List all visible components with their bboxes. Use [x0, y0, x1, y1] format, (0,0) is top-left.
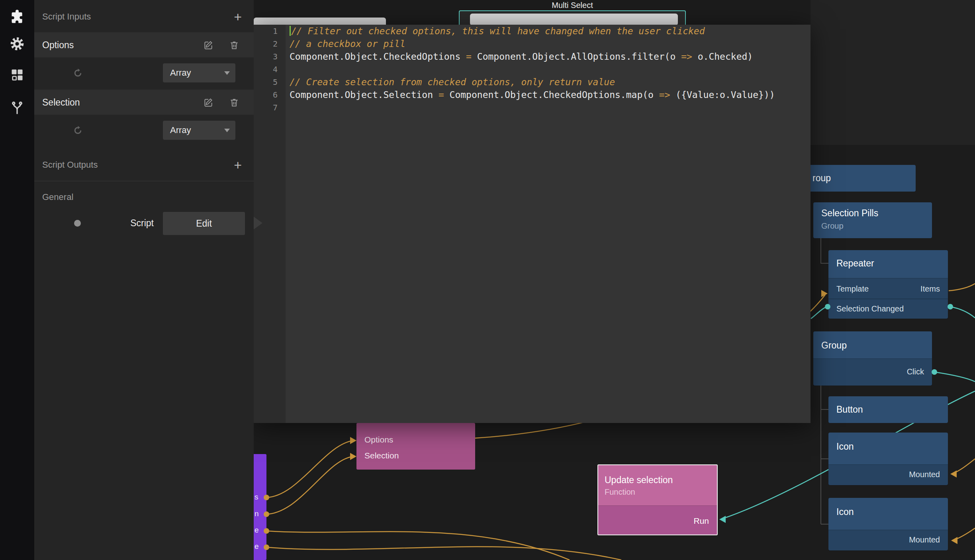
- line-number: 5: [254, 76, 286, 88]
- line-number: 4: [254, 63, 286, 76]
- type-row-selection: Type Array: [34, 117, 254, 143]
- app-window: Multi Select roup Selection Pills Group …: [0, 0, 975, 560]
- node-title: Group: [821, 340, 847, 351]
- type-dropdown[interactable]: Array: [163, 121, 235, 140]
- code-line[interactable]: 5// Create selection from checked option…: [254, 76, 811, 88]
- node-title: Icon: [836, 507, 854, 517]
- port-selection-changed[interactable]: Selection Changed: [836, 304, 904, 313]
- add-output-button[interactable]: +: [234, 158, 242, 172]
- add-input-button[interactable]: +: [234, 10, 242, 23]
- script-label: Script: [130, 218, 154, 229]
- edit-icon[interactable]: [203, 97, 213, 108]
- update-selection-node[interactable]: Update selection Function Run: [597, 464, 718, 535]
- line-number: 6: [254, 88, 286, 101]
- code-editor[interactable]: 1// Filter out checked options, this wil…: [254, 25, 811, 423]
- type-dropdown[interactable]: Array: [163, 63, 235, 82]
- general-header: General: [34, 184, 254, 210]
- section-title: General: [42, 192, 73, 202]
- line-number: 3: [254, 50, 286, 63]
- icon-node-1[interactable]: Icon Mounted: [828, 433, 948, 485]
- multi-select-node-body[interactable]: [470, 14, 678, 25]
- clipped-port-label: e: [255, 526, 259, 535]
- node-title: Button: [836, 404, 863, 415]
- line-number: 2: [254, 37, 286, 50]
- param-name: Selection: [42, 97, 80, 108]
- trash-icon[interactable]: [229, 40, 239, 50]
- dropdown-value: Array: [170, 125, 191, 135]
- script-status-dot: [74, 220, 81, 227]
- dropdown-value: Array: [170, 68, 191, 78]
- button-node[interactable]: Button: [828, 396, 948, 423]
- code-line[interactable]: 3Component.Object.CheckedOptions = Compo…: [254, 50, 811, 63]
- section-title: Script Inputs: [42, 12, 91, 22]
- param-row-options[interactable]: Options: [34, 32, 254, 57]
- inspector-panel: Script Inputs + Options Type: [34, 0, 254, 560]
- edit-icon[interactable]: [203, 40, 213, 50]
- options-selection-node[interactable]: Options Selection: [356, 423, 475, 470]
- activity-bar: [0, 0, 34, 560]
- port-mounted[interactable]: Mounted: [909, 470, 940, 479]
- code-lines[interactable]: 1// Filter out checked options, this wil…: [254, 25, 811, 114]
- components-icon[interactable]: [9, 67, 25, 83]
- node-subtitle: Function: [605, 488, 635, 497]
- reset-icon[interactable]: [72, 125, 83, 135]
- port-click[interactable]: Click: [907, 367, 924, 376]
- puzzle-icon[interactable]: [9, 9, 25, 25]
- trash-icon[interactable]: [229, 97, 239, 108]
- node-title: Update selection: [605, 475, 673, 486]
- param-row-selection[interactable]: Selection: [34, 90, 254, 115]
- gear-icon[interactable]: [9, 36, 25, 52]
- editor-notch: [254, 217, 262, 229]
- node-title: Selection Pills: [821, 208, 878, 219]
- reset-icon[interactable]: [72, 68, 83, 78]
- repeater-node[interactable]: Repeater Template Items Selection Change…: [828, 250, 948, 319]
- group-node[interactable]: Group Click: [813, 331, 932, 386]
- chevron-down-icon: [224, 71, 230, 75]
- port-options[interactable]: Options: [364, 435, 393, 444]
- script-outputs-header: Script Outputs +: [34, 152, 254, 178]
- code-line[interactable]: 1// Filter out checked options, this wil…: [254, 25, 811, 37]
- edit-script-button[interactable]: Edit: [163, 212, 245, 235]
- text-cursor: [290, 26, 291, 36]
- code-line[interactable]: 2// a checkbox or pill: [254, 37, 811, 50]
- icon-node-2[interactable]: Icon Mounted: [828, 498, 948, 550]
- code-line[interactable]: 7: [254, 101, 811, 114]
- port-mounted[interactable]: Mounted: [909, 535, 940, 544]
- type-row-options: Type Array: [34, 60, 254, 86]
- line-number: 7: [254, 101, 286, 114]
- code-line[interactable]: 6Component.Object.Selection = Component.…: [254, 88, 811, 101]
- section-title: Script Outputs: [42, 160, 98, 170]
- param-name: Options: [42, 39, 74, 50]
- port-items[interactable]: Items: [920, 284, 940, 294]
- clipped-port-label: s: [255, 493, 258, 501]
- selection-pills-node[interactable]: Selection Pills Group: [813, 202, 932, 238]
- chevron-down-icon: [224, 129, 230, 132]
- clipped-port-label: n: [255, 509, 259, 518]
- node-title: Repeater: [836, 258, 874, 269]
- port-run[interactable]: Run: [693, 516, 709, 526]
- code-line[interactable]: 4: [254, 63, 811, 76]
- port-template[interactable]: Template: [836, 284, 869, 294]
- divider: [34, 181, 254, 181]
- clipped-port-label: e: [255, 542, 259, 551]
- port-selection[interactable]: Selection: [364, 451, 399, 460]
- node-title: Icon: [836, 441, 854, 452]
- script-inputs-header: Script Inputs +: [34, 4, 254, 29]
- node-tree-icon[interactable]: [9, 100, 25, 116]
- line-number: 1: [254, 25, 286, 37]
- node-title: roup: [812, 173, 831, 184]
- node-subtitle: Group: [821, 221, 844, 231]
- multi-select-node-label: Multi Select: [459, 1, 686, 10]
